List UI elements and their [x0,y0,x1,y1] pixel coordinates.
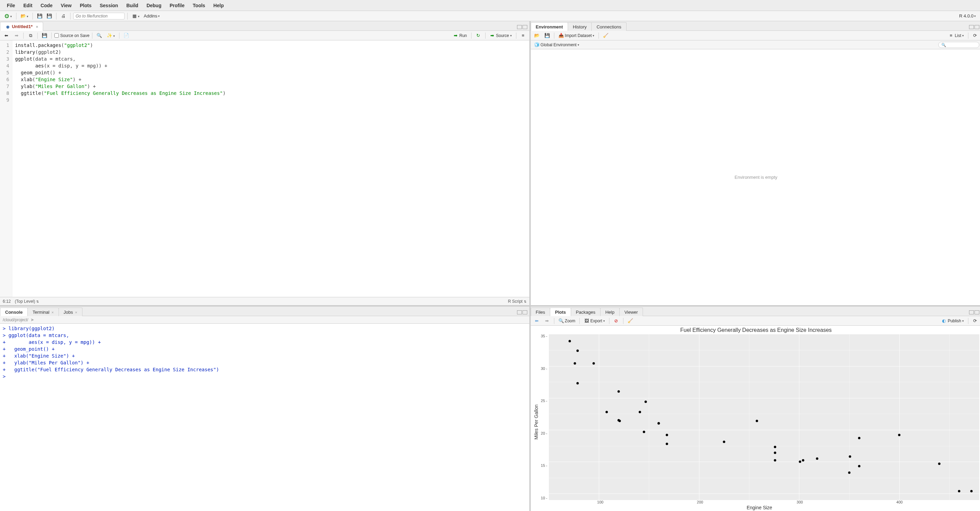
menu-plots[interactable]: Plots [76,2,95,10]
maximize-button[interactable] [975,310,979,315]
cursor-position: 6:12 [3,299,11,304]
load-workspace-button[interactable]: 📂 [533,32,541,39]
environment-panel: EnvironmentHistoryConnections 📂 💾 📥 Impo… [531,21,980,305]
source-dropdown-button[interactable]: ➡ Source [488,32,513,39]
wand-button[interactable]: ✨ [105,32,116,39]
print-button[interactable]: 🖨 [59,13,67,19]
printer-icon: 🖨 [60,13,66,19]
run-arrow-icon: ➡ [453,33,458,38]
source-on-save-checkbox[interactable] [54,33,59,38]
save-button[interactable]: 💾 [36,13,44,19]
env-search-input[interactable] [938,42,979,48]
refresh-plot-button[interactable]: ⟳ [971,318,979,324]
run-button[interactable]: ➡ Run [452,32,468,39]
remove-icon: ⊘ [614,318,619,324]
forward-button[interactable]: ➡ [12,32,21,39]
new-file-button[interactable] [3,13,13,19]
data-point [774,459,776,461]
language-selector[interactable]: R Script ⇅ [508,299,527,304]
close-icon[interactable]: × [36,25,38,29]
prev-plot-button[interactable]: ⬅ [533,318,541,324]
clear-plots-button[interactable]: 🧹 [626,318,635,324]
export-icon: 🖼 [584,318,589,324]
maximize-button[interactable] [522,310,527,315]
zoom-icon: 🔍 [558,318,564,324]
data-point [568,340,571,342]
data-point [816,457,818,460]
data-point [665,434,668,436]
scope-selector[interactable]: (Top Level) ⇅ [15,299,39,304]
plus-circle-icon [4,13,10,19]
zoom-button[interactable]: 🔍 Zoom [557,318,577,324]
menu-debug[interactable]: Debug [142,2,165,10]
outline-button[interactable]: ≡ [519,32,527,39]
remove-plot-button[interactable]: ⊘ [612,318,620,324]
list-view-label: List [955,33,961,38]
maximize-button[interactable] [522,25,527,29]
tab-connections[interactable]: Connections [591,22,626,31]
tab-files[interactable]: Files [531,308,550,316]
console-path-bar: /cloud/project/ ➤ [0,316,529,324]
global-env-selector[interactable]: 🧊 Global Environment [533,42,581,48]
tab-environment[interactable]: Environment [531,22,568,31]
minimize-button[interactable] [969,25,974,29]
next-plot-button[interactable]: ➡ [543,318,551,324]
menu-view[interactable]: View [57,2,76,10]
source-tab[interactable]: ◉ Untitled1* × [0,22,43,31]
find-button[interactable]: 🔍 [95,32,103,39]
console-output[interactable]: > library(ggplot2)> ggplot(data = mtcars… [0,324,529,511]
data-point [638,410,641,413]
code-editor[interactable]: 123456789 install.packages("ggplot2")lib… [0,40,529,297]
import-dataset-button[interactable]: 📥 Import Dataset [557,32,596,39]
open-file-button[interactable]: 📂 [19,13,30,19]
data-point [665,442,668,445]
minimize-button[interactable] [969,310,974,315]
publish-button[interactable]: ◐ Publish [940,318,965,324]
compile-button[interactable]: 📄 [122,32,130,39]
menu-tools[interactable]: Tools [189,2,209,10]
r-version-button[interactable]: R 4.0.0 [958,13,977,19]
console-path: /cloud/project/ [3,318,29,322]
tab-viewer[interactable]: Viewer [619,308,643,316]
tab-terminal[interactable]: Terminal× [27,308,59,316]
menu-code[interactable]: Code [37,2,57,10]
addins-button[interactable]: Addins [142,13,161,19]
folder-open-icon: 📂 [534,33,539,38]
tab-packages[interactable]: Packages [571,308,601,316]
refresh-env-button[interactable]: ⟳ [971,32,979,39]
tab-console[interactable]: Console [0,308,28,316]
back-button[interactable]: ⬅ [2,32,10,39]
tab-plots[interactable]: Plots [550,308,571,316]
tab-jobs[interactable]: Jobs× [59,308,83,316]
grid-button[interactable]: ▦ [130,13,141,19]
list-view-button[interactable]: ≡ List [947,32,965,39]
tab-history[interactable]: History [568,22,592,31]
minimize-button[interactable] [517,25,522,29]
maximize-button[interactable] [975,25,979,29]
menu-edit[interactable]: Edit [19,2,36,10]
goto-file-input[interactable] [73,13,124,19]
export-button[interactable]: 🖼 Export [582,318,606,324]
close-icon[interactable]: × [51,310,53,315]
tab-help[interactable]: Help [600,308,620,316]
save-button[interactable]: 💾 [40,32,49,39]
save-all-button[interactable]: 💾 [45,13,53,19]
popout-button[interactable]: ⧉ [26,32,35,39]
menu-file[interactable]: File [3,2,19,10]
menu-build[interactable]: Build [122,2,142,10]
minimize-button[interactable] [517,310,522,315]
clear-env-button[interactable]: 🧹 [601,32,610,39]
data-point [774,446,776,448]
data-point [848,471,850,474]
menu-help[interactable]: Help [209,2,228,10]
source-on-save-toggle[interactable]: Source on Save [54,33,89,38]
import-dataset-label: Import Dataset [565,33,592,38]
menu-session[interactable]: Session [95,2,122,10]
save-workspace-button[interactable]: 💾 [543,32,551,39]
send-icon[interactable]: ➤ [30,317,35,323]
data-point [958,490,961,492]
data-point [606,410,608,413]
menu-profile[interactable]: Profile [165,2,189,10]
close-icon[interactable]: × [75,310,77,315]
rerun-button[interactable]: ↻ [474,32,482,39]
